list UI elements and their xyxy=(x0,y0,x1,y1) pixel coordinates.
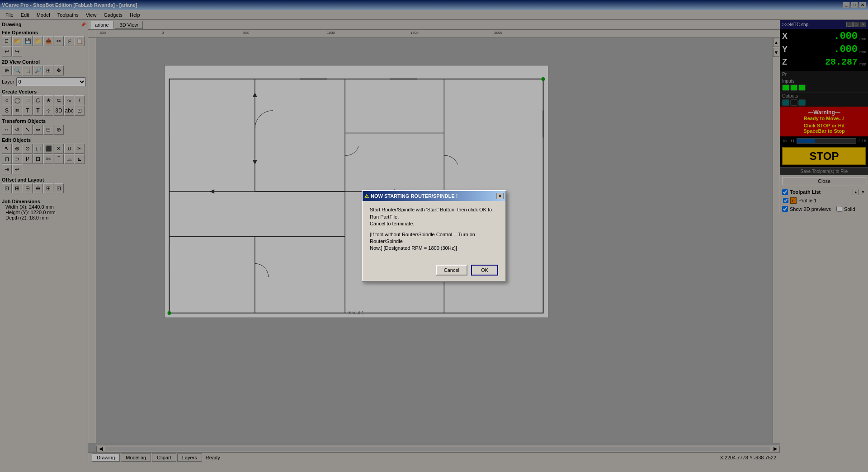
modal-dialog: ⚠ NOW STARTING ROUTER/SPINDLE ! ✕ Start … xyxy=(362,190,506,281)
modal-titlebar: ⚠ NOW STARTING ROUTER/SPINDLE ! ✕ xyxy=(363,191,505,201)
cancel-button[interactable]: Cancel xyxy=(436,265,467,276)
modal-title-content: ⚠ NOW STARTING ROUTER/SPINDLE ! xyxy=(364,193,496,199)
dialog-line3-text: [If tool without Router/Spindle Control … xyxy=(370,232,475,244)
modal-overlay: ⚠ NOW STARTING ROUTER/SPINDLE ! ✕ Start … xyxy=(0,0,868,472)
modal-body: Start Router/Spindle with 'Start' Button… xyxy=(363,201,505,261)
modal-title-text: NOW STARTING ROUTER/SPINDLE ! xyxy=(371,193,458,199)
dialog-line1: Start Router/Spindle with 'Start' Button… xyxy=(370,206,498,227)
dialog-line1-text: Start Router/Spindle with 'Start' Button… xyxy=(370,207,492,219)
dialog-line3: [If tool without Router/Spindle Control … xyxy=(370,231,498,252)
modal-close-btn[interactable]: ✕ xyxy=(496,193,504,199)
modal-warning-icon: ⚠ xyxy=(364,193,369,199)
ok-button[interactable]: OK xyxy=(471,265,498,276)
modal-buttons: Cancel OK xyxy=(363,261,505,281)
dialog-line4-text: Now.] [Designated RPM = 1800 (30Hz)] xyxy=(370,245,457,251)
dialog-line2-text: Cancel to terminate. xyxy=(370,221,414,226)
